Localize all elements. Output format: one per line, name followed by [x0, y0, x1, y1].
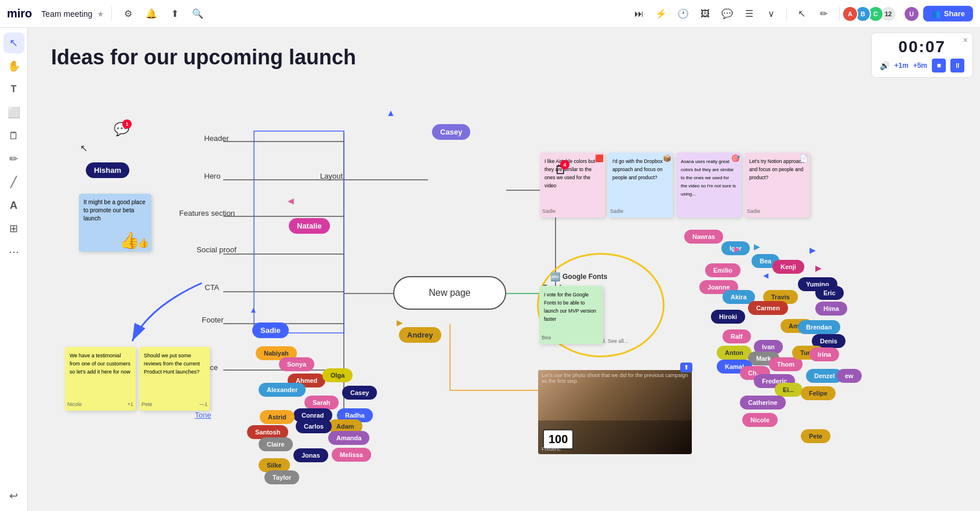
- hand-tool[interactable]: ✋: [3, 56, 24, 77]
- cursor-mode-icon[interactable]: ↖: [793, 5, 811, 23]
- sticky-text: I'd go with the Dropbox approach and foc…: [612, 158, 663, 180]
- miro-logo: miro: [7, 7, 32, 20]
- node-hiroki: Hiroki: [711, 310, 745, 324]
- comment-icon[interactable]: 💬: [718, 5, 736, 23]
- cursor-sadie: ▲: [249, 305, 257, 314]
- node-pete: Pete: [801, 429, 830, 443]
- pen-mode-icon[interactable]: ✏: [815, 5, 833, 23]
- sticky-google-fonts[interactable]: I vote for the Google Fonts to be able t…: [539, 286, 603, 344]
- left-sidebar: ↖ ✋ T ⬜ 🗒 ✏ ╱ A ⊞ ⋯ ↩: [0, 28, 28, 511]
- arrow-decoration-2: ◀: [763, 271, 768, 280]
- cursor-hisham: ↖: [80, 143, 88, 154]
- google-fonts-label: Google Fonts: [562, 273, 607, 281]
- toolbar-separator: [111, 7, 112, 21]
- sticky-beta[interactable]: It might be a good place to promote our …: [79, 194, 151, 252]
- node-casey-bottom: Casey: [342, 386, 377, 400]
- timer-add1m[interactable]: +1m: [894, 61, 908, 70]
- sticky-tool[interactable]: 🗒: [3, 125, 24, 146]
- node-hisham: Hisham: [86, 162, 129, 178]
- node-ew: ew: [837, 369, 862, 383]
- timer-controls: 🔊 +1m +5m ■ ⏸: [880, 59, 964, 73]
- notifications-icon[interactable]: 🔔: [142, 5, 161, 23]
- cursor-arrow-icon: ▲: [386, 108, 395, 118]
- select-tool[interactable]: ↖: [3, 32, 24, 53]
- node-jonas: Jonas: [293, 448, 328, 462]
- share-button[interactable]: 👥 Share: [923, 6, 973, 21]
- page-title: Ideas for our upcoming launch: [51, 45, 356, 70]
- timer-sound-icon[interactable]: 🔊: [880, 61, 890, 70]
- timer-pause-button[interactable]: ⏸: [950, 59, 964, 73]
- sticky-author: Sadie: [542, 208, 556, 215]
- timer-display: 00:07: [898, 38, 946, 56]
- sticky-testimonial[interactable]: We have a testimonial from one of our cu…: [65, 347, 136, 411]
- current-user-avatar: U: [903, 6, 920, 22]
- star-icon[interactable]: ★: [97, 9, 104, 19]
- sticky-notion[interactable]: Let's try Notion approach and focus on p…: [745, 153, 810, 218]
- connections-overlay: [28, 28, 980, 511]
- sticky-dropbox[interactable]: I'd go with the Dropbox approach and foc…: [608, 153, 673, 218]
- timer-stop-button[interactable]: ■: [932, 59, 946, 73]
- image-icon[interactable]: 🖼: [696, 5, 714, 23]
- node-amanda: Amanda: [328, 431, 369, 445]
- node-alexander: Alexander: [259, 383, 306, 397]
- line-tool[interactable]: ╱: [3, 172, 24, 193]
- center-node: New page: [393, 276, 506, 310]
- board-name[interactable]: Team meeting: [41, 9, 92, 19]
- sticky-airtable[interactable]: I like Airtable colors but they are simi…: [540, 153, 605, 218]
- node-nawras: Nawras: [684, 230, 723, 244]
- cursor-arrow-icon: ▲: [249, 305, 257, 314]
- lightning-icon[interactable]: ⚡: [652, 5, 670, 23]
- node-anton: Anton: [717, 346, 752, 360]
- node-felipe: Felipe: [801, 386, 836, 400]
- timer-add5m[interactable]: +5m: [913, 61, 927, 70]
- more-tool[interactable]: ⋯: [3, 241, 24, 262]
- arrange-tool[interactable]: ⊞: [3, 218, 24, 239]
- node-sadie: Sadie: [252, 322, 289, 338]
- sticky-text: It might be a good place to promote our …: [84, 199, 146, 222]
- node-natalie: Natalie: [289, 218, 330, 234]
- hero-label: Hero: [204, 172, 220, 180]
- more-icon[interactable]: ∨: [762, 5, 781, 23]
- menu-icon[interactable]: ☰: [740, 5, 758, 23]
- node-irina: Irina: [810, 347, 839, 361]
- sticky-cluster-notification[interactable]: 🗒 4: [554, 162, 567, 177]
- sticky-count: —1: [199, 401, 208, 408]
- skip-forward-icon[interactable]: ⏭: [630, 5, 648, 23]
- sticky-text: We have a testimonial from one of our cu…: [70, 353, 130, 375]
- avatar-group: A B C 12: [845, 6, 896, 22]
- airtable-icon: 🟥: [595, 154, 604, 164]
- social-proof-label: Social proof: [197, 245, 237, 254]
- node-emilio: Emilio: [705, 263, 741, 277]
- share-board-icon[interactable]: ⬆: [165, 5, 184, 23]
- text2-tool[interactable]: A: [3, 195, 24, 216]
- timer-widget: × 00:07 🔊 +1m +5m ■ ⏸: [871, 32, 973, 78]
- toolbar-right: ⏭ ⚡ 🕐 🖼 💬 ☰ ∨ ↖ ✏ A B C 12 U 👥 Share: [630, 5, 973, 23]
- text-tool[interactable]: T: [3, 79, 24, 100]
- toolbar-separator3: [839, 7, 840, 21]
- node-carmen: Carmen: [748, 301, 788, 315]
- emoji-decoration: 👍: [119, 231, 140, 250]
- upload-badge: ⬆: [680, 363, 692, 372]
- node-eric: Eric: [815, 286, 844, 300]
- settings-icon[interactable]: ⚙: [119, 5, 137, 23]
- timer-close-button[interactable]: ×: [963, 35, 968, 45]
- cursor-igor: ▶: [754, 241, 760, 252]
- timer-icon[interactable]: 🕐: [674, 5, 692, 23]
- draw-tool[interactable]: ✏: [3, 148, 24, 169]
- sticky-text: Let's try Notion approach and focus on p…: [749, 158, 804, 180]
- sticky-author: Bea: [542, 334, 551, 342]
- node-taylor: Taylor: [264, 470, 299, 484]
- shapes-tool[interactable]: ⬜: [3, 102, 24, 123]
- main-canvas[interactable]: Ideas for our upcoming launch: [28, 28, 980, 511]
- comment-notification[interactable]: 💬 1: [114, 122, 129, 137]
- sticky-reviews[interactable]: Should we put some reviews from the curr…: [139, 347, 210, 411]
- undo-tool[interactable]: ↩: [3, 485, 24, 506]
- cursor-natalie: ◀: [288, 196, 294, 205]
- node-sonya: Sonya: [279, 357, 314, 371]
- sticky-asana[interactable]: Asana uses really great colors but they …: [676, 153, 741, 218]
- avatar: A: [842, 6, 858, 22]
- node-brendan: Brendan: [798, 320, 840, 334]
- search-icon[interactable]: 🔍: [188, 5, 207, 23]
- node-astrid: Astrid: [260, 410, 295, 424]
- tone-link[interactable]: Tone: [195, 411, 211, 419]
